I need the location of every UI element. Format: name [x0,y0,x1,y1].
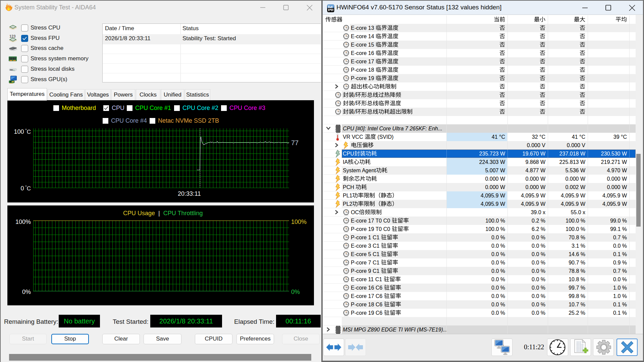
svg-text:123: 123 [9,34,15,38]
